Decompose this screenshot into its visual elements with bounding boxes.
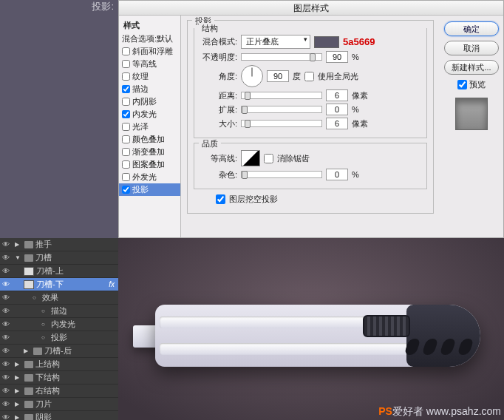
style-row-3[interactable]: 描边 bbox=[119, 83, 180, 95]
style-checkbox[interactable] bbox=[122, 72, 130, 81]
style-row-1[interactable]: 等高线 bbox=[119, 58, 180, 70]
disclosure-icon[interactable]: ▶ bbox=[15, 387, 22, 394]
disclosure-icon[interactable]: ▼ bbox=[15, 254, 22, 261]
visibility-icon[interactable]: 👁 bbox=[1, 333, 10, 342]
style-checkbox[interactable] bbox=[122, 186, 130, 194]
folder-icon bbox=[24, 387, 33, 395]
effect-icon: ○ bbox=[41, 308, 49, 314]
style-row-4[interactable]: 内阴影 bbox=[119, 95, 180, 108]
visibility-icon[interactable]: 👁 bbox=[1, 400, 10, 408]
dialog-title: 图层样式 bbox=[119, 1, 503, 16]
layer-row[interactable]: 👁○ 投影 bbox=[0, 331, 118, 345]
style-checkbox[interactable] bbox=[122, 160, 130, 169]
style-checkbox[interactable] bbox=[122, 123, 130, 131]
global-light-checkbox[interactable] bbox=[304, 72, 314, 81]
visibility-icon[interactable]: 👁 bbox=[1, 320, 10, 328]
visibility-icon[interactable]: 👁 bbox=[1, 280, 10, 288]
style-checkbox[interactable] bbox=[122, 47, 130, 55]
layer-row[interactable]: 👁▶ 推手 bbox=[0, 238, 118, 251]
new-style-button[interactable]: 新建样式... bbox=[444, 60, 499, 75]
size-value[interactable]: 6 bbox=[326, 118, 348, 129]
disclosure-icon[interactable]: ▶ bbox=[15, 414, 22, 420]
style-row-0[interactable]: 斜面和浮雕 bbox=[119, 45, 180, 58]
layer-row[interactable]: 👁▶ 下结构 bbox=[0, 371, 118, 385]
style-row-11[interactable]: 投影 bbox=[119, 183, 180, 196]
disclosure-icon[interactable]: ▶ bbox=[15, 401, 22, 407]
contour-swatch[interactable] bbox=[241, 150, 260, 166]
style-row-10[interactable]: 外发光 bbox=[119, 171, 180, 183]
visibility-icon[interactable]: 👁 bbox=[1, 413, 10, 420]
distance-value[interactable]: 6 bbox=[326, 89, 348, 101]
preview-checkbox[interactable] bbox=[457, 80, 467, 89]
noise-slider[interactable] bbox=[241, 171, 322, 178]
knockout-checkbox[interactable] bbox=[216, 194, 225, 204]
style-row-6[interactable]: 光泽 bbox=[119, 121, 180, 133]
spread-slider[interactable] bbox=[241, 106, 322, 113]
style-row-2[interactable]: 纹理 bbox=[119, 70, 180, 83]
layer-row[interactable]: 👁○ 描边 bbox=[0, 305, 118, 318]
opacity-value[interactable]: 90 bbox=[326, 51, 348, 63]
visibility-icon[interactable]: 👁 bbox=[1, 294, 10, 302]
layer-row[interactable]: 👁▼ 刀槽 bbox=[0, 251, 118, 265]
label-shadow: 投影: bbox=[92, 1, 114, 12]
visibility-icon[interactable]: 👁 bbox=[1, 373, 10, 382]
ok-button[interactable]: 确定 bbox=[444, 21, 499, 36]
disclosure-icon[interactable]: ▶ bbox=[15, 374, 22, 381]
folder-icon bbox=[24, 414, 33, 421]
style-checkbox[interactable] bbox=[122, 85, 130, 93]
size-slider[interactable] bbox=[241, 120, 322, 127]
noise-value[interactable]: 0 bbox=[326, 169, 348, 180]
antialias-checkbox[interactable] bbox=[264, 154, 273, 163]
layer-row[interactable]: 👁 刀槽-上 bbox=[0, 265, 118, 278]
layer-label: 阴影 bbox=[35, 412, 52, 420]
disclosure-icon[interactable]: ▶ bbox=[24, 348, 31, 354]
visibility-icon[interactable]: 👁 bbox=[1, 240, 10, 248]
angle-wheel[interactable] bbox=[241, 65, 263, 87]
layer-label: 推手 bbox=[35, 239, 52, 250]
cancel-button[interactable]: 取消 bbox=[444, 41, 499, 55]
layer-label: 刀槽-下 bbox=[36, 279, 64, 290]
layer-row[interactable]: 👁▶ 刀片 bbox=[0, 398, 118, 411]
visibility-icon[interactable]: 👁 bbox=[1, 307, 10, 315]
distance-slider[interactable] bbox=[241, 92, 322, 99]
shadow-color-swatch[interactable] bbox=[314, 36, 339, 48]
layer-row[interactable]: 👁▶ 阴影 bbox=[0, 411, 118, 420]
layer-row[interactable]: 👁 刀槽-下fx bbox=[0, 278, 118, 291]
size-label: 大小: bbox=[200, 118, 237, 129]
layer-row[interactable]: 👁○ 内发光 bbox=[0, 318, 118, 331]
style-checkbox[interactable] bbox=[122, 173, 130, 181]
style-checkbox[interactable] bbox=[122, 60, 130, 68]
disclosure-icon[interactable]: ▶ bbox=[15, 361, 22, 368]
layers-panel: 👁▶ 推手👁▼ 刀槽👁 刀槽-上👁 刀槽-下fx👁○ 效果👁○ 描边👁○ 内发光… bbox=[0, 238, 118, 420]
style-checkbox[interactable] bbox=[122, 148, 130, 156]
style-row-9[interactable]: 图案叠加 bbox=[119, 158, 180, 171]
visibility-icon[interactable]: 👁 bbox=[1, 254, 10, 262]
layer-thumbnail bbox=[24, 280, 34, 289]
layer-label: 下结构 bbox=[35, 372, 60, 383]
style-checkbox[interactable] bbox=[122, 98, 130, 106]
layer-label: 刀槽-后 bbox=[44, 345, 72, 356]
fx-badge[interactable]: fx bbox=[109, 280, 117, 288]
disclosure-icon[interactable]: ▶ bbox=[15, 241, 22, 248]
knife-illustration bbox=[126, 297, 495, 379]
layer-row[interactable]: 👁○ 效果 bbox=[0, 291, 118, 305]
blend-mode-select[interactable]: 正片叠底 bbox=[241, 35, 310, 49]
visibility-icon[interactable]: 👁 bbox=[1, 387, 10, 395]
style-row-7[interactable]: 颜色叠加 bbox=[119, 133, 180, 146]
blend-options-row[interactable]: 混合选项:默认 bbox=[119, 33, 180, 45]
opacity-slider[interactable] bbox=[241, 53, 322, 61]
style-checkbox[interactable] bbox=[122, 110, 130, 118]
visibility-icon[interactable]: 👁 bbox=[1, 267, 10, 275]
visibility-icon[interactable]: 👁 bbox=[1, 347, 10, 355]
angle-value[interactable]: 90 bbox=[267, 70, 289, 82]
visibility-icon[interactable]: 👁 bbox=[1, 360, 10, 368]
spread-value[interactable]: 0 bbox=[326, 104, 348, 115]
layer-row[interactable]: 👁▶ 右结构 bbox=[0, 385, 118, 398]
layer-row[interactable]: 👁▶ 上结构 bbox=[0, 358, 118, 371]
style-checkbox[interactable] bbox=[122, 135, 130, 143]
style-row-5[interactable]: 内发光 bbox=[119, 108, 180, 121]
layer-row[interactable]: 👁▶ 刀槽-后 bbox=[0, 345, 118, 358]
folder-icon bbox=[24, 374, 33, 382]
style-row-8[interactable]: 渐变叠加 bbox=[119, 146, 180, 158]
layer-label: 效果 bbox=[42, 292, 58, 303]
